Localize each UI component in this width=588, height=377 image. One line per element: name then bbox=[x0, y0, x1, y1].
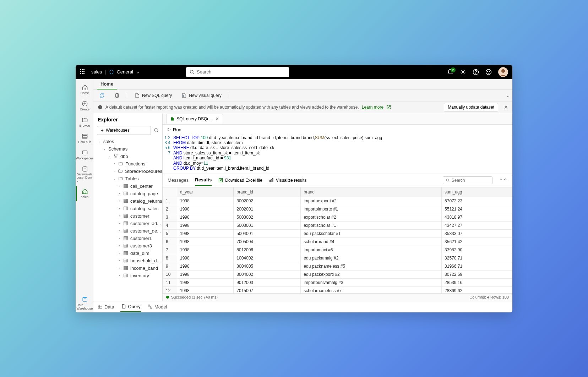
waffle-icon[interactable] bbox=[80, 69, 86, 75]
nav-create[interactable]: Create bbox=[76, 98, 93, 113]
new-sql-query-button[interactable]: New SQL query bbox=[132, 91, 174, 100]
download-excel-button[interactable]: Download Excel file bbox=[218, 177, 262, 183]
query-area: SQL query DSQu... ✕ Run 1 2 3 4 5 6 7 SE… bbox=[163, 113, 512, 301]
avatar[interactable] bbox=[498, 67, 508, 77]
svg-point-5 bbox=[486, 69, 491, 75]
svg-line-25 bbox=[157, 131, 158, 132]
tree-functions[interactable]: ›Functions bbox=[93, 160, 162, 168]
table-row[interactable]: 1219987015007scholarnameless #728369.62 bbox=[163, 286, 512, 293]
query-tab[interactable]: SQL query DSQu... ✕ bbox=[166, 114, 223, 124]
sql-editor[interactable]: 1 2 3 4 5 6 7 SELECT TOP 100 dt.d_year, … bbox=[163, 135, 512, 174]
svg-point-98 bbox=[446, 179, 448, 181]
tree-table-incomeband[interactable]: ›income_band bbox=[93, 264, 162, 272]
collapse-icon[interactable]: ⌃⌃ bbox=[499, 177, 507, 183]
ribbon-tab-home[interactable]: Home bbox=[97, 79, 117, 89]
results-grid[interactable]: d_yearbrand_idbrandsum_agg119983002002im… bbox=[163, 187, 512, 293]
tree-sales[interactable]: ⌄sales bbox=[93, 138, 162, 145]
clipboard-button[interactable] bbox=[112, 91, 122, 100]
table-row[interactable]: 919988004005edu packnameless #531966.71 bbox=[163, 262, 512, 270]
tab-results[interactable]: Results bbox=[195, 174, 212, 186]
svg-rect-69 bbox=[124, 244, 128, 247]
tree-table-inventory[interactable]: ›inventory bbox=[93, 272, 162, 279]
tree-schemas[interactable]: ⌄Schemas bbox=[93, 145, 162, 153]
svg-rect-84 bbox=[124, 266, 128, 269]
notifications-icon[interactable]: 2 bbox=[447, 69, 453, 75]
nav-warehouse-demo[interactable]: Datawarehouse_Demo bbox=[76, 164, 93, 185]
run-button[interactable]: Run bbox=[167, 127, 181, 132]
tree-table-customer3[interactable]: ›customer3 bbox=[93, 242, 162, 250]
bottom-tabs: Data Query Model bbox=[93, 301, 512, 312]
tree-tables[interactable]: ⌄Tables bbox=[93, 175, 162, 182]
tab-messages[interactable]: Messages bbox=[168, 175, 189, 186]
svg-rect-13 bbox=[82, 137, 87, 138]
add-warehouses-button[interactable]: ＋Warehouses bbox=[97, 126, 151, 135]
table-row[interactable]: 319985003002exportischolar #243818.97 bbox=[163, 213, 512, 221]
tree-table-callcenter[interactable]: ›call_center bbox=[93, 182, 162, 190]
table-row[interactable]: 719988012006importomaxi #633982.90 bbox=[163, 246, 512, 254]
tree-table-customer[interactable]: ›customer bbox=[93, 212, 162, 220]
nav-home[interactable]: Home bbox=[76, 82, 93, 97]
status-bar: Succeeded (1 sec 748 ms) Columns: 4 Rows… bbox=[163, 293, 512, 301]
manually-update-button[interactable]: Manually update dataset bbox=[444, 103, 498, 111]
svg-rect-12 bbox=[82, 136, 87, 137]
chevron-down-icon[interactable]: ⌄ bbox=[136, 69, 140, 75]
tree-table-customerde[interactable]: ›customer_de... bbox=[93, 227, 162, 235]
table-row[interactable]: 419985003001exportischolar #143427.27 bbox=[163, 221, 512, 229]
close-icon[interactable]: ✕ bbox=[504, 104, 508, 110]
breadcrumb: sales | General ⌄ bbox=[91, 69, 140, 75]
tree-table-catalogpage[interactable]: ›catalog_page bbox=[93, 190, 162, 197]
tree-dbo[interactable]: ⌄dbo bbox=[93, 153, 162, 160]
svg-text:i: i bbox=[100, 106, 100, 109]
bottom-tab-model[interactable]: Model bbox=[147, 302, 168, 312]
bottom-tab-data[interactable]: Data bbox=[97, 302, 115, 312]
feedback-icon[interactable] bbox=[485, 69, 492, 75]
refresh-button[interactable] bbox=[97, 91, 107, 100]
ribbon-expand-icon[interactable]: ⌄ bbox=[506, 93, 510, 98]
svg-rect-96 bbox=[271, 179, 272, 182]
help-icon[interactable] bbox=[473, 69, 479, 75]
svg-rect-100 bbox=[98, 305, 102, 308]
close-icon[interactable]: ✕ bbox=[215, 116, 219, 121]
shield-icon bbox=[109, 70, 114, 75]
tree-table-customerad[interactable]: ›customer_ad... bbox=[93, 220, 162, 227]
bottom-tab-query[interactable]: Query bbox=[120, 302, 141, 312]
table-row[interactable]: 1019983004002edu packexporti #230722.59 bbox=[163, 270, 512, 278]
tree-table-householdd[interactable]: ›household_d... bbox=[93, 257, 162, 264]
settings-icon[interactable] bbox=[460, 69, 466, 75]
learn-more-link[interactable]: Learn more bbox=[362, 105, 383, 110]
svg-point-18 bbox=[83, 297, 87, 299]
explorer-tree: ⌄sales⌄Schemas⌄dbo›Functions›StoredProce… bbox=[93, 138, 162, 301]
svg-rect-97 bbox=[272, 179, 273, 182]
table-row[interactable]: 819981004002edu packamalg #232570.71 bbox=[163, 254, 512, 262]
ribbon-tabs: Home bbox=[93, 79, 512, 90]
nav-datahub[interactable]: Data hub bbox=[76, 131, 93, 146]
svg-point-4 bbox=[476, 73, 476, 73]
nav-sales[interactable]: sales bbox=[76, 186, 93, 201]
nav-browse[interactable]: Browse bbox=[76, 115, 93, 130]
tree-table-catalogsales[interactable]: ›catalog_sales bbox=[93, 205, 162, 212]
notification-badge: 2 bbox=[451, 67, 456, 72]
search-icon[interactable] bbox=[154, 128, 159, 133]
tree-table-customer1[interactable]: ›customer1 bbox=[93, 235, 162, 242]
search-input[interactable] bbox=[197, 69, 285, 75]
status-dot-icon bbox=[166, 296, 169, 299]
new-visual-query-button[interactable]: New visual query bbox=[179, 91, 223, 100]
global-search[interactable] bbox=[186, 67, 289, 77]
tree-table-datedim[interactable]: ›date_dim bbox=[93, 250, 162, 257]
results-search-box[interactable] bbox=[443, 176, 492, 184]
table-row[interactable]: 519985004001edu packscholar #135833.07 bbox=[163, 229, 512, 237]
workspace-name[interactable]: sales bbox=[91, 69, 102, 75]
nav-footer-warehouse[interactable]: Data Warehouse bbox=[76, 294, 93, 312]
play-icon bbox=[167, 127, 171, 132]
tree-sprocs[interactable]: ›StoredProcedures bbox=[93, 168, 162, 175]
visualize-results-button[interactable]: Visualize results bbox=[269, 177, 306, 183]
table-row[interactable]: 1119989012003importounivamalg #328539.16 bbox=[163, 278, 512, 286]
table-row[interactable]: 119983002002importoexporti #257072.23 bbox=[163, 197, 512, 205]
table-row[interactable]: 619987005004scholarbrand #435621.42 bbox=[163, 237, 512, 246]
tree-table-catalogreturns[interactable]: ›catalog_returns bbox=[93, 197, 162, 205]
table-row[interactable]: 219982002001importoimporto #155121.24 bbox=[163, 205, 512, 213]
svg-rect-95 bbox=[270, 180, 270, 182]
nav-workspaces[interactable]: Workspaces bbox=[76, 147, 93, 162]
channel-name[interactable]: General bbox=[117, 69, 133, 75]
results-search-input[interactable] bbox=[451, 178, 489, 183]
